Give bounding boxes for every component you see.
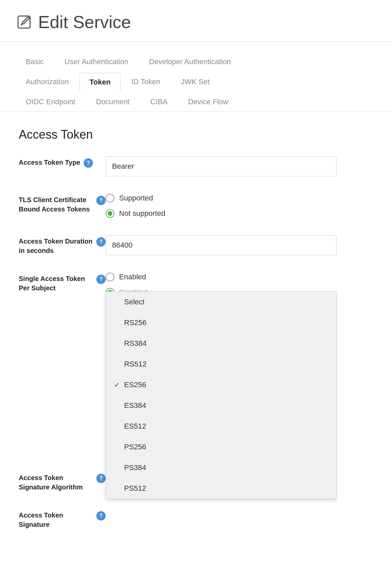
dropdown-es512[interactable]: ES512 [106, 416, 336, 437]
access-token-type-label-col: Access Token Type ? [19, 155, 106, 168]
access-token-type-input[interactable] [106, 156, 336, 176]
tls-not-supported-label: Not supported [119, 209, 165, 218]
access-token-duration-control [106, 234, 373, 255]
dropdown-es512-label: ES512 [124, 422, 146, 431]
tabs-row-1: Basic User Authentication Developer Auth… [16, 52, 376, 71]
tab-device-flow[interactable]: Device Flow [179, 93, 238, 111]
tls-supported-radio[interactable] [106, 194, 114, 202]
access-token-duration-help[interactable]: ? [96, 237, 106, 247]
tls-client-cert-label-col: TLS Client Certificate Bound Access Toke… [19, 192, 106, 214]
dropdown-ps256[interactable]: PS256 [106, 437, 336, 457]
access-token-signature-control [106, 508, 373, 509]
section-title: Access Token [19, 128, 373, 142]
rs256-check [114, 319, 121, 327]
tab-authorization[interactable]: Authorization [16, 72, 78, 91]
tls-supported-label: Supported [119, 194, 153, 202]
access-token-duration-row: Access Token Duration in seconds ? [19, 234, 373, 255]
tabs-container: Basic User Authentication Developer Auth… [0, 42, 392, 112]
dropdown-ps256-label: PS256 [124, 443, 146, 451]
access-token-signature-help[interactable]: ? [96, 511, 106, 521]
tab-jwk-set[interactable]: JWK Set [171, 72, 219, 91]
tls-client-cert-control: Supported Not supported [106, 192, 373, 218]
tls-not-supported-radio[interactable] [106, 209, 114, 218]
dropdown-select-label: Select [124, 298, 144, 306]
access-token-type-row: Access Token Type ? [19, 155, 373, 176]
ps384-check [114, 464, 121, 472]
tab-id-token[interactable]: ID Token [122, 72, 170, 91]
tls-client-cert-row: TLS Client Certificate Bound Access Toke… [19, 192, 373, 218]
tls-client-cert-label: TLS Client Certificate Bound Access Toke… [19, 195, 93, 214]
dropdown-ps384-label: PS384 [124, 463, 146, 472]
dropdown-ps512-label: PS512 [124, 484, 146, 493]
single-access-token-label-col: Single Access Token Per Subject ? [19, 271, 106, 293]
tab-user-authentication[interactable]: User Authentication [55, 52, 138, 71]
dropdown-rs256-label: RS256 [124, 318, 146, 327]
dropdown-ps384[interactable]: PS384 [106, 457, 336, 478]
tab-document[interactable]: Document [86, 93, 139, 111]
es512-check [114, 423, 121, 430]
ps256-check [114, 443, 121, 451]
ps512-check [114, 485, 121, 492]
dropdown-rs384-label: RS384 [124, 339, 146, 348]
dropdown-select[interactable]: Select [106, 292, 336, 312]
single-access-enabled-label: Enabled [119, 273, 146, 281]
dropdown-es384[interactable]: ES384 [106, 395, 336, 416]
single-access-enabled-option[interactable]: Enabled [106, 273, 373, 281]
edit-icon [16, 14, 32, 30]
page-title: Edit Service [38, 12, 131, 32]
tabs-row-3: OIDC Endpoint Document CIBA Device Flow [16, 93, 376, 111]
dropdown-es256[interactable]: ✓ ES256 [106, 375, 336, 395]
single-access-token-row: Single Access Token Per Subject ? Enable… [19, 271, 373, 297]
dropdown-rs512-label: RS512 [124, 360, 146, 369]
access-token-type-help[interactable]: ? [84, 158, 93, 168]
tab-oidc-endpoint[interactable]: OIDC Endpoint [16, 93, 85, 111]
select-check [114, 298, 121, 306]
access-token-duration-input[interactable] [106, 235, 336, 255]
tab-developer-authentication[interactable]: Developer Authentication [139, 52, 241, 71]
main-content: Access Token Access Token Type ? TLS Cli… [0, 112, 392, 561]
rs512-check [114, 360, 121, 368]
dropdown-es384-label: ES384 [124, 401, 146, 410]
tls-not-supported-option[interactable]: Not supported [106, 209, 373, 218]
access-token-sig-algo-label-col: Access Token Signature Algorithm ? [19, 470, 106, 492]
access-token-sig-algo-label: Access Token Signature Algorithm [19, 473, 93, 492]
access-token-signature-label: Access Token Signature [19, 510, 93, 529]
svg-rect-0 [18, 16, 30, 28]
access-token-type-control [106, 155, 373, 176]
dropdown-rs384[interactable]: RS384 [106, 333, 336, 354]
access-token-signature-label-col: Access Token Signature ? [19, 508, 106, 529]
dropdown-rs512[interactable]: RS512 [106, 354, 336, 375]
single-access-token-control: Enabled Disabled Select RS256 [106, 271, 373, 297]
tls-client-cert-help[interactable]: ? [96, 196, 106, 205]
es384-check [114, 402, 121, 410]
tab-token[interactable]: Token [80, 73, 120, 92]
access-token-duration-label: Access Token Duration in seconds [19, 237, 93, 255]
access-token-type-label: Access Token Type [19, 158, 80, 167]
page-header: Edit Service [0, 0, 392, 42]
dropdown-ps512[interactable]: PS512 [106, 478, 336, 499]
tab-basic[interactable]: Basic [16, 52, 54, 71]
tabs-row-2: Authorization Token ID Token JWK Set [16, 72, 376, 91]
single-access-enabled-radio[interactable] [106, 273, 114, 281]
algorithm-dropdown[interactable]: Select RS256 RS384 RS512 ✓ ES256 [106, 291, 336, 499]
access-token-sig-algo-help[interactable]: ? [96, 474, 106, 483]
access-token-signature-row: Access Token Signature ? [19, 508, 373, 529]
tls-radio-group: Supported Not supported [106, 194, 373, 218]
dropdown-es256-label: ES256 [124, 381, 146, 389]
access-token-duration-label-col: Access Token Duration in seconds ? [19, 234, 106, 255]
single-access-token-label: Single Access Token Per Subject [19, 274, 93, 293]
tab-ciba[interactable]: CIBA [140, 93, 177, 111]
rs384-check [114, 340, 121, 347]
tls-supported-option[interactable]: Supported [106, 194, 373, 202]
dropdown-rs256[interactable]: RS256 [106, 312, 336, 333]
single-access-token-help[interactable]: ? [96, 275, 106, 284]
es256-check: ✓ [114, 381, 121, 389]
